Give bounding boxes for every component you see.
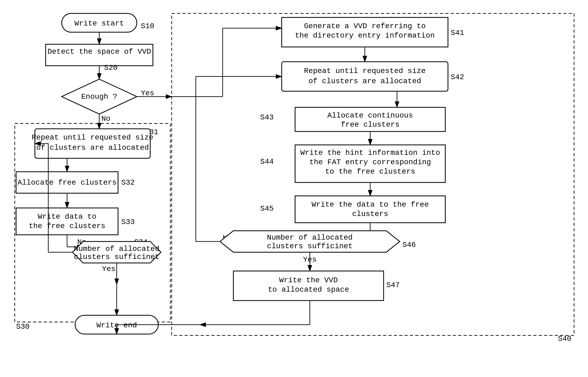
write-start-label: Write start	[75, 19, 124, 28]
enough-label: Enough ?	[81, 93, 117, 101]
yes-label-s34: Yes	[102, 265, 115, 273]
repeat-s31-line2: of clusters are allocated	[36, 144, 149, 152]
num-alloc-s46-line2: clusters sufficinet	[267, 242, 352, 250]
s10-label: S10	[141, 22, 154, 30]
num-alloc-s34-line1: Number of allocated	[74, 245, 159, 253]
write-hint-line2: the FAT entry corresponding	[309, 158, 431, 166]
yes-label-left: Yes	[141, 89, 154, 97]
write-hint-line3: to the free clusters	[325, 167, 415, 176]
write-vvd-line2: to allocated space	[268, 286, 349, 294]
s20-label: S20	[104, 64, 117, 72]
repeat-s42-line1: Repeat until requested size	[304, 67, 426, 75]
generate-vvd-line2: the directory entry information	[295, 31, 435, 40]
repeat-s31-line1: Repeat until requested size	[32, 133, 153, 142]
allocate-free-label: Allocate free clusters	[17, 178, 117, 187]
s43-label: S43	[260, 113, 274, 122]
s45-label: S45	[260, 204, 274, 213]
write-data-free2-line1: Write the data to the free	[312, 200, 429, 209]
num-alloc-s34-line2: clusters sufficinet	[74, 253, 159, 261]
svg-rect-29	[282, 62, 448, 91]
s42-label: S42	[451, 73, 464, 81]
s40-label: S40	[558, 335, 571, 343]
write-data-free-label1: Write data to	[38, 213, 96, 221]
no-label-left: No	[101, 115, 111, 123]
s44-label: S44	[260, 158, 274, 166]
s32-label: S32	[121, 178, 135, 187]
svg-rect-14	[16, 208, 118, 235]
generate-vvd-line1: Generate a VVD referring to	[304, 22, 426, 30]
allocate-continuous-line1: Allocate continuous	[327, 111, 413, 120]
write-data-free-label2: the free clusters	[29, 222, 105, 230]
repeat-s42-line2: of clusters are allocated	[308, 77, 421, 85]
detect-vvd-label: Detect the space of VVD	[47, 47, 151, 56]
write-vvd-line1: Write the VVD	[279, 276, 338, 284]
s47-label: S47	[386, 281, 400, 289]
s30-label: S30	[16, 323, 30, 331]
write-hint-line1: Write the hint information into	[300, 149, 440, 157]
svg-rect-35	[295, 196, 445, 223]
s46-label: S46	[402, 241, 416, 249]
allocate-continuous-line2: free clusters	[341, 120, 399, 129]
write-data-free2-line2: clusters	[352, 210, 388, 218]
num-alloc-s46-line1: Number of allocated	[267, 233, 352, 242]
s41-label: S41	[451, 29, 464, 37]
s33-label: S33	[121, 218, 135, 226]
flowchart-diagram: Write start S10 Detect the space of VVD …	[0, 0, 588, 377]
